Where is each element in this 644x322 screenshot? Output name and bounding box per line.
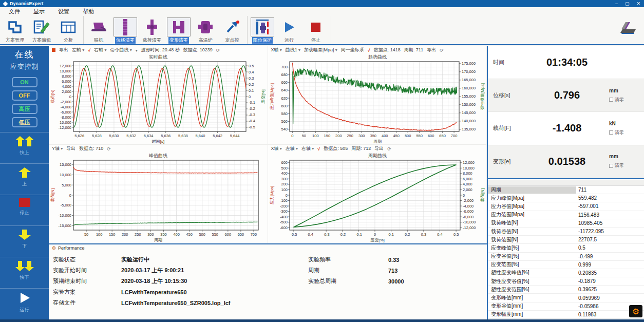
export-button[interactable]: 导出 xyxy=(59,47,68,53)
toolbar-fixed-point-control-button[interactable]: 定点控 xyxy=(219,16,245,44)
chart-dropdown[interactable]: 右轴 xyxy=(301,145,314,152)
furnace-icon xyxy=(194,17,217,36)
result-row[interactable]: 塑性应变谷值[%]-0.1879 xyxy=(488,277,644,286)
toolbar-load-zero-button[interactable]: 载荷清零 xyxy=(139,16,165,44)
result-row[interactable]: 载荷谷值[N]-11722.095 xyxy=(488,228,644,236)
result-row[interactable]: 变形幅度[mm]0.11983 xyxy=(488,311,644,319)
svg-text:700: 700 xyxy=(251,232,257,237)
result-label: 塑性应变峰值[%] xyxy=(488,269,576,276)
chart-dropdown[interactable] xyxy=(136,48,138,53)
performance-title: Performance xyxy=(58,245,85,251)
jog-up-button[interactable]: 上 xyxy=(0,163,49,195)
menu-item-3[interactable]: 帮助 xyxy=(76,7,101,16)
svg-text:-2,000: -2,000 xyxy=(61,100,71,104)
zero-checkbox[interactable] xyxy=(609,130,613,135)
result-row[interactable]: 应变峰值[%]0.5 xyxy=(488,244,644,252)
chart-dropdown[interactable]: 命令曲线 xyxy=(110,47,131,53)
chart-dropdown[interactable]: X轴 xyxy=(271,47,282,53)
chart-toolbar-text: 数据点: 10239 xyxy=(183,47,213,53)
readout-label: 变形[e] xyxy=(493,158,525,165)
menu-item-2[interactable]: 设置 xyxy=(51,7,76,16)
toolbar-plan-edit-button[interactable]: 方案编辑 xyxy=(28,16,55,44)
result-row[interactable]: 变形峰值[mm]0.059969 xyxy=(488,294,644,302)
performance-label: 实验开始时间 xyxy=(53,267,121,274)
svg-text:-600: -600 xyxy=(279,225,287,230)
close-button[interactable]: ✕ xyxy=(636,1,640,6)
result-row[interactable]: 应变谷值[%]-0.499 xyxy=(488,253,644,261)
toolbar-limit-protect-button[interactable]: 限位保护 xyxy=(249,16,276,44)
control-mode-label: 应变控制 xyxy=(10,62,39,71)
svg-text:载荷[N]: 载荷[N] xyxy=(480,188,485,202)
toggle-low-pressure-button[interactable]: 低压 xyxy=(12,117,37,127)
chart-dropdown[interactable]: 左轴 xyxy=(72,47,84,53)
chart-dropdown[interactable]: 曲线1 xyxy=(286,47,300,53)
toolbar-group-0: 方案管理方案编辑分析 xyxy=(0,16,84,44)
readout-value: 0.01538 xyxy=(525,156,609,167)
export-button[interactable]: 导出 xyxy=(427,47,436,53)
performance-value: LCFwithTemperature650 xyxy=(121,289,187,295)
toolbar-stop-button[interactable]: 停止 xyxy=(302,16,329,44)
chart-dropdown[interactable]: X轴 xyxy=(271,145,282,152)
performance-row: 存储文件LCFwithTemperature650_SZR005.lop_lcf xyxy=(53,297,231,308)
svg-text:0: 0 xyxy=(463,193,465,198)
toolbar-displacement-zero-button[interactable]: 位移清零 xyxy=(112,16,139,44)
result-row[interactable]: 塑性应变范围[%]0.39625 xyxy=(488,286,644,294)
jog-fast-up-button[interactable]: 快上 xyxy=(0,132,49,163)
svg-text:2,000: 2,000 xyxy=(463,187,472,192)
toolbar-run-button[interactable]: 运行 xyxy=(276,16,302,44)
performance-right-column: 实验频率0.33周期713实验总周期30000 xyxy=(308,254,404,287)
toggle-off-button[interactable]: OFF xyxy=(12,90,37,101)
jog-run-button[interactable]: 运行 xyxy=(0,288,49,319)
zero-checkbox-row[interactable]: 清零 xyxy=(609,97,639,103)
minimize-button[interactable]: – xyxy=(615,1,618,6)
zero-checkbox-row[interactable]: 清零 xyxy=(609,162,639,169)
toggle-on-button[interactable]: ON xyxy=(12,77,37,87)
jog-stop-button[interactable]: 停止 xyxy=(0,195,49,226)
refresh-icon[interactable]: ⟳ xyxy=(107,146,111,151)
chart-toolbar-text[interactable]: √ xyxy=(368,48,370,53)
settings-gear-icon[interactable]: ⚙ xyxy=(629,305,642,317)
svg-text:-300: -300 xyxy=(279,209,287,214)
result-row[interactable]: 周期711 xyxy=(488,186,644,194)
refresh-icon[interactable]: ⟳ xyxy=(216,48,220,53)
svg-text:5,636: 5,636 xyxy=(161,134,171,138)
svg-text:400: 400 xyxy=(173,232,180,237)
readout-row: 时间01:34:05 xyxy=(488,46,644,79)
result-row[interactable]: 塑性应变峰值[%]0.20835 xyxy=(488,269,644,277)
jog-down-button[interactable]: 下 xyxy=(0,225,49,257)
jog-fast-down-button[interactable]: 快下 xyxy=(0,257,49,288)
chart-dropdown[interactable]: 左轴 xyxy=(286,145,298,152)
result-row[interactable]: 载荷范围[N]22707.5 xyxy=(488,236,644,244)
toggle-high-pressure-button[interactable]: 高压 xyxy=(12,104,37,114)
chart-dropdown[interactable]: 右轴 xyxy=(94,47,106,53)
export-button[interactable]: 导出 xyxy=(66,145,75,152)
chart-dropdown[interactable]: Y轴 xyxy=(52,145,63,152)
toolbar-connect-button[interactable]: 联机 xyxy=(85,16,112,44)
chart-toolbar-text[interactable]: √ xyxy=(88,48,90,53)
result-row[interactable]: 变形谷值[mm]-0.05986 xyxy=(488,302,644,311)
zero-checkbox[interactable] xyxy=(609,98,613,102)
refresh-icon[interactable]: ⟳ xyxy=(440,48,444,53)
export-button[interactable]: 导出 xyxy=(374,145,384,152)
toolbar-label: 变形清零 xyxy=(168,37,189,44)
zero-checkbox-row[interactable]: 清零 xyxy=(609,129,639,136)
chart-dropdown[interactable]: 加载幅量[Mpa] xyxy=(304,47,337,53)
result-row[interactable]: 应力谷值[Mpa]-597.001 xyxy=(488,202,644,211)
toolbar-deform-zero-button[interactable]: 变形清零 xyxy=(165,16,192,44)
menu-item-1[interactable]: 显示 xyxy=(27,7,51,16)
toolbar-plan-manage-button[interactable]: 方案管理 xyxy=(2,16,28,44)
chart-toolbar-text[interactable]: √ xyxy=(317,146,320,151)
result-row[interactable]: 应力范围[Mpa]1156.483 xyxy=(488,211,644,219)
zero-checkbox[interactable] xyxy=(609,164,613,168)
refresh-icon[interactable]: ⟳ xyxy=(387,146,391,151)
chart-panel-realtime: 导出左轴√右轴命令曲线波形时间: 20.48 秒数据点: 10239⟳实时曲线5… xyxy=(49,46,268,145)
result-row[interactable]: 应力峰值[Mpa]559.482 xyxy=(488,194,644,202)
jog-label: 运行 xyxy=(0,307,49,313)
result-row[interactable]: 载荷峰值[N]10985.405 xyxy=(488,219,644,228)
result-row[interactable]: 应变范围[%]0.999 xyxy=(488,261,644,269)
toolbar-label: 方案编辑 xyxy=(32,37,51,44)
menu-item-0[interactable]: 文件 xyxy=(2,7,27,16)
toolbar-analysis-button[interactable]: 分析 xyxy=(55,16,82,44)
toolbar-furnace-button[interactable]: 高温炉 xyxy=(192,16,219,44)
maximize-button[interactable]: ▢ xyxy=(625,1,630,6)
